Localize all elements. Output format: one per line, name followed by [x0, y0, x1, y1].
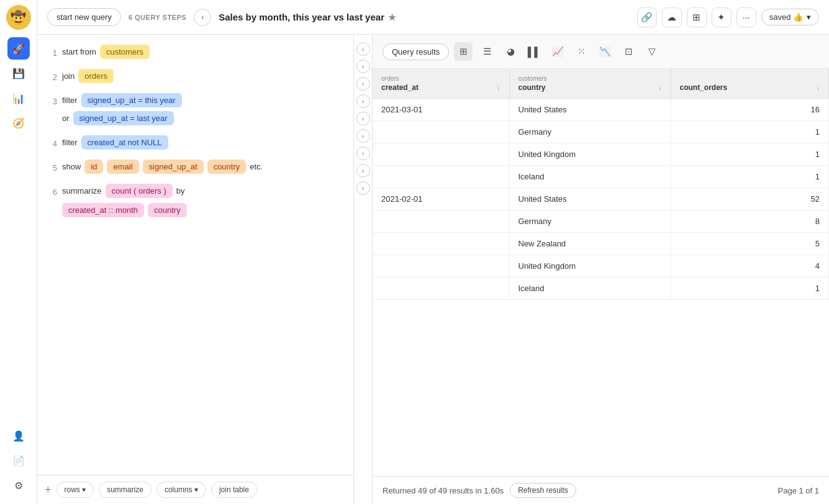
scatter-button[interactable]: ⁙	[572, 42, 591, 61]
cell-count-orders: 4	[671, 255, 829, 277]
slack-button[interactable]: ✦	[712, 7, 732, 27]
col-header-count-orders[interactable]: count_orders ↓	[671, 69, 829, 99]
upload-button[interactable]: ☁	[662, 7, 682, 27]
col-label-country: country	[519, 83, 546, 92]
area-chart-button[interactable]: 📉	[596, 42, 614, 61]
funnel-button[interactable]: ▽	[643, 42, 661, 61]
document-icon[interactable]: 📄	[7, 449, 30, 472]
query-results-tab[interactable]: Query results	[383, 43, 449, 60]
sidebar-item-save[interactable]: 💾	[7, 62, 30, 84]
line-chart-button[interactable]: 📈	[548, 42, 567, 61]
add-step-icon[interactable]: +	[45, 484, 52, 497]
step-4-chip-createdat-notnull[interactable]: created_at not NULL	[81, 135, 168, 150]
app-logo[interactable]: 🤠	[6, 5, 31, 30]
pie-chart-button[interactable]: ◕	[501, 42, 520, 61]
cell-count-orders: 1	[671, 121, 829, 143]
cell-country: New Zealand	[509, 233, 671, 255]
step-num-4: 4	[45, 135, 57, 148]
settings-icon[interactable]: ⚙	[7, 474, 30, 497]
cell-country: United States	[509, 99, 671, 121]
sidebar-item-chart[interactable]: 📊	[7, 87, 30, 109]
step-5-chip-id[interactable]: id	[84, 160, 103, 174]
step-3-or-keyword: or	[62, 111, 70, 125]
step-5-etc: etc.	[250, 160, 263, 174]
summarize-button[interactable]: summarize	[99, 482, 152, 498]
cell-created-at: 2021-02-01	[373, 188, 509, 210]
cell-count-orders: 1	[671, 143, 829, 166]
step-6-chip-country[interactable]: country	[148, 203, 187, 217]
step-3-content: filter signed_up_at = this year or signe…	[62, 93, 297, 125]
expand-arrow-8[interactable]: ›	[356, 164, 370, 178]
step-4-content: filter created_at not NULL	[62, 135, 168, 150]
step-2-chip-orders[interactable]: orders	[78, 69, 114, 83]
step-3-chip-signedup-thisyear[interactable]: signed_up_at = this year	[81, 93, 182, 107]
step-5-chip-signedup[interactable]: signed_up_at	[143, 160, 204, 174]
step-6-content: summarize count ( orders ) by created_at…	[62, 184, 313, 217]
sidebar-item-compass[interactable]: 🧭	[7, 112, 30, 134]
new-query-button[interactable]: start new query	[47, 8, 121, 26]
table-button[interactable]: ⊞	[687, 7, 707, 27]
expand-arrow-9[interactable]: ›	[356, 181, 370, 195]
step-5-chip-country[interactable]: country	[207, 160, 247, 174]
columns-button[interactable]: columns ▾	[156, 482, 206, 498]
cell-count-orders: 8	[671, 210, 829, 233]
expand-arrow-6[interactable]: ›	[356, 129, 370, 143]
step-3-chip-signedup-lastyear[interactable]: signed_up_at = last year	[73, 111, 174, 125]
step-5-chip-email[interactable]: email	[107, 160, 138, 174]
expand-arrow-2[interactable]: ›	[356, 60, 370, 73]
step-3: 3 filter signed_up_at = this year or sig…	[45, 93, 346, 125]
step-4-keyword: filter	[62, 135, 78, 150]
expand-arrow-3[interactable]: ›	[356, 77, 370, 91]
bar-chart-button[interactable]: ▌▌	[525, 42, 543, 61]
cell-created-at	[373, 143, 509, 166]
step-3-keyword: filter	[62, 93, 78, 107]
col-meta-orders: orders	[381, 75, 501, 82]
more-button[interactable]: ···	[736, 7, 756, 27]
refresh-results-button[interactable]: Refresh results	[510, 483, 576, 498]
results-table-wrapper: orders created_at ↓ customers country	[373, 69, 829, 476]
cell-count-orders: 1	[671, 166, 829, 188]
sort-created-at-icon[interactable]: ↓	[497, 84, 501, 91]
cell-created-at: 2021-03-01	[373, 99, 509, 121]
expand-arrow-7[interactable]: ›	[356, 146, 370, 160]
col-header-country[interactable]: customers country ↓	[509, 69, 671, 99]
step-num-1: 1	[45, 45, 57, 58]
detail-view-button[interactable]: ☰	[478, 42, 496, 61]
user-icon[interactable]: 👤	[7, 425, 30, 447]
cell-created-at	[373, 121, 509, 143]
table-view-button[interactable]: ⊞	[454, 42, 473, 61]
query-builder-panel: 1 start from customers 2 join orders	[37, 35, 354, 504]
status-text: Returned 49 of 49 results in 1.60s	[383, 486, 504, 495]
step-6-chip-createdat-month[interactable]: created_at :: month	[62, 203, 144, 217]
link-button[interactable]: 🔗	[637, 7, 657, 27]
step-5: 5 show id email signed_up_at country etc…	[45, 160, 346, 174]
step-1-content: start from customers	[62, 45, 150, 59]
content-area: 1 start from customers 2 join orders	[37, 35, 829, 504]
query-steps-count: 6 QUERY STEPS	[129, 14, 186, 21]
table-row: New Zealand5	[373, 233, 829, 255]
star-icon[interactable]: ★	[388, 12, 396, 22]
step-6-chip-count-orders[interactable]: count ( orders )	[106, 184, 173, 198]
sidebar-item-rocket[interactable]: 🚀	[7, 37, 30, 60]
cell-count-orders: 16	[671, 99, 829, 121]
rows-button[interactable]: rows ▾	[57, 482, 94, 498]
page-indicator: Page 1 of 1	[778, 486, 820, 495]
col-header-created-at[interactable]: orders created_at ↓	[373, 69, 509, 99]
nav-back-button[interactable]: ‹	[194, 9, 211, 26]
expand-arrow-1[interactable]: ›	[356, 42, 370, 56]
saved-button[interactable]: saved 👍 ▾	[761, 9, 819, 25]
table-row: Iceland1	[373, 277, 829, 300]
expand-arrow-4[interactable]: ›	[356, 94, 370, 108]
sort-count-icon[interactable]: ↓	[817, 84, 820, 91]
step-1: 1 start from customers	[45, 45, 346, 59]
status-bar: Returned 49 of 49 results in 1.60s Refre…	[373, 476, 829, 504]
step-1-chip-customers[interactable]: customers	[100, 45, 150, 59]
pivot-button[interactable]: ⊡	[619, 42, 638, 61]
step-6: 6 summarize count ( orders ) by created_…	[45, 184, 346, 217]
table-row: United Kingdom1	[373, 143, 829, 166]
join-table-button[interactable]: join table	[211, 482, 257, 498]
expand-arrow-5[interactable]: ›	[356, 112, 370, 125]
cell-count-orders: 5	[671, 233, 829, 255]
sort-country-icon[interactable]: ↓	[658, 84, 662, 91]
table-row: 2021-02-01United States52	[373, 188, 829, 210]
